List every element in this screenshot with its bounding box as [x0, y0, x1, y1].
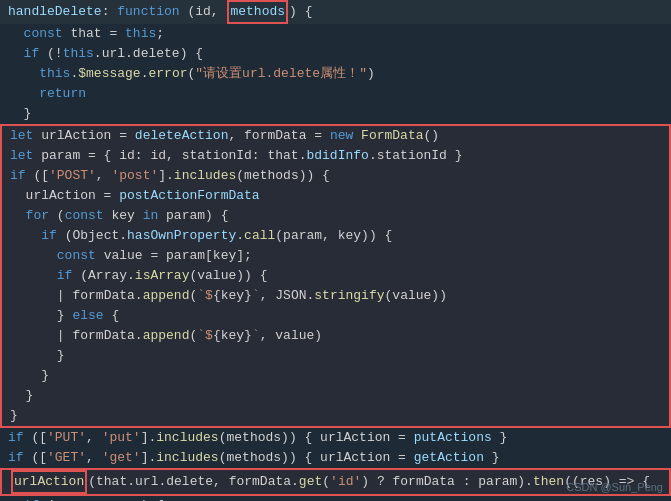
token: 'PUT' — [47, 428, 86, 448]
token: . — [70, 64, 78, 84]
token: this — [125, 24, 156, 44]
code-line-12: if (Object.hasOwnProperty.call(param, ke… — [0, 226, 671, 246]
token: this — [63, 44, 94, 64]
code-line-18: } — [0, 346, 671, 366]
token: FormData — [361, 126, 423, 146]
token: return — [39, 84, 86, 104]
token — [8, 84, 39, 104]
token — [10, 246, 57, 266]
token: stringify — [314, 286, 384, 306]
token: const — [65, 206, 104, 226]
token: ) — [367, 64, 375, 84]
token: "请设置url.delete属性！" — [195, 64, 367, 84]
token: call — [244, 226, 275, 246]
token: ]. — [158, 166, 174, 186]
token: if — [41, 226, 57, 246]
token: ( — [322, 472, 330, 492]
token: formData. — [65, 286, 143, 306]
code-line-11: for (const key in param) { — [0, 206, 671, 226]
token: {key} — [213, 286, 252, 306]
token: (id, — [180, 2, 227, 22]
token: value = param[key]; — [96, 246, 252, 266]
token: in — [143, 206, 159, 226]
token: ([ — [24, 428, 47, 448]
token: {key} — [213, 326, 252, 346]
token: `$ — [197, 326, 213, 346]
token — [10, 286, 57, 306]
token: . — [236, 226, 244, 246]
token: `$ — [197, 286, 213, 306]
token: (methods)) { urlAction = — [219, 448, 414, 468]
token: isArray — [135, 266, 190, 286]
token: postActionFormData — [119, 186, 259, 206]
token: if — [57, 266, 73, 286]
token: putActions — [414, 428, 492, 448]
token: hasOwnProperty — [127, 226, 236, 246]
token: ( — [189, 286, 197, 306]
token: ` — [252, 326, 260, 346]
code-line-21: } — [0, 406, 671, 428]
code-line-6: } — [0, 104, 671, 124]
token: (methods)) { — [236, 166, 330, 186]
token: key — [104, 206, 143, 226]
token: ( — [49, 206, 65, 226]
token — [8, 64, 39, 84]
token — [10, 206, 26, 226]
token: (value)) { — [189, 266, 267, 286]
token — [10, 226, 41, 246]
token: ; — [156, 24, 164, 44]
code-line-20: } — [0, 386, 671, 406]
token: includes — [156, 428, 218, 448]
token: (that.url.delete, formData. — [88, 472, 299, 492]
code-line-23: if (['GET', 'get'].includes(methods)) { … — [0, 448, 671, 468]
token: 'GET' — [47, 448, 86, 468]
token: const — [57, 246, 96, 266]
token: (! — [39, 44, 62, 64]
token: formData. — [65, 326, 143, 346]
token: } — [8, 104, 31, 124]
token — [353, 126, 361, 146]
token: urlAction — [14, 474, 84, 489]
token — [10, 266, 57, 286]
token: let — [10, 126, 33, 146]
token: 'POST' — [49, 166, 96, 186]
code-line-4: this.$message.error("请设置url.delete属性！") — [0, 64, 671, 84]
token: } — [10, 366, 49, 386]
token: function — [117, 2, 179, 22]
code-line-9: if (['POST', 'post'].includes(methods)) … — [0, 166, 671, 186]
code-line-13: const value = param[key]; — [0, 246, 671, 266]
token: this — [39, 64, 70, 84]
token: handleDelete — [8, 2, 102, 22]
token: ]. — [141, 428, 157, 448]
token: { — [104, 306, 120, 326]
code-line-25: if (res.success) { — [0, 496, 671, 501]
token: 'id' — [330, 472, 361, 492]
token: } — [10, 346, 65, 366]
token: urlAction = — [10, 186, 119, 206]
token: error — [148, 64, 187, 84]
token: .url.delete) { — [94, 44, 203, 64]
token: includes — [174, 166, 236, 186]
code-line-10: urlAction = postActionFormData — [0, 186, 671, 206]
code-line-17: | formData.append(`${key}`, value) — [0, 326, 671, 346]
token: new — [330, 126, 353, 146]
code-line-16: } else { — [0, 306, 671, 326]
token: : — [102, 2, 118, 22]
token: ` — [252, 286, 260, 306]
token: ([ — [24, 448, 47, 468]
token: methods — [230, 4, 285, 19]
token: getAction — [414, 448, 484, 468]
token: 'get' — [102, 448, 141, 468]
methods-highlight: methods — [227, 0, 288, 24]
code-line-19: } — [0, 366, 671, 386]
token — [10, 326, 57, 346]
token: , — [86, 448, 102, 468]
token: if — [8, 428, 24, 448]
token: (Object. — [57, 226, 127, 246]
token: 'put' — [102, 428, 141, 448]
token: , value) — [260, 326, 322, 346]
token: } — [484, 448, 500, 468]
token: ( — [189, 326, 197, 346]
token: that = — [63, 24, 125, 44]
token: ) ? formData : param). — [361, 472, 533, 492]
